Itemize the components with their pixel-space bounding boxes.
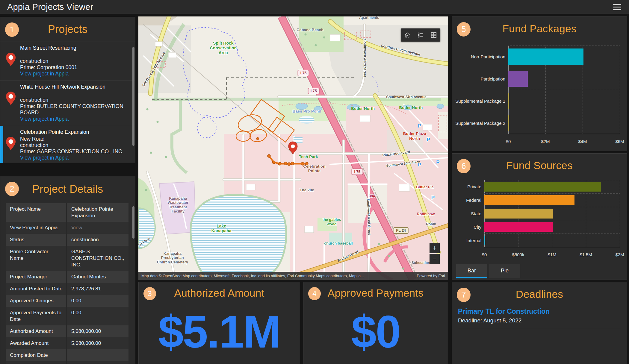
project-name: Celebration Pointe Expansion xyxy=(20,129,131,135)
tick-label: $4M xyxy=(578,139,587,144)
project-list-item[interactable]: Main Street ResurfacingconstructionPrime… xyxy=(0,42,135,81)
project-appia-link[interactable]: View project in Appia xyxy=(20,155,131,161)
home-icon[interactable] xyxy=(404,32,411,38)
map-attribution: Map data © OpenStreetMap contributors, M… xyxy=(138,272,448,280)
authorized-amount-panel: 3 Authorized Amount $5.1M xyxy=(138,282,300,364)
authorized-amount-title: Authorized Amount xyxy=(174,287,264,299)
tick-label: $0 xyxy=(482,252,487,257)
zoom-out-button[interactable]: − xyxy=(430,254,440,264)
chart-row xyxy=(508,46,620,68)
deadlines-panel: 7 Deadlines Primary TL for ConstructionD… xyxy=(452,282,627,364)
project-list-item[interactable]: White House Hill Network Expansionconstr… xyxy=(0,81,135,126)
map-label: P xyxy=(427,137,430,143)
pin-icon-wrap xyxy=(6,45,20,77)
app-header: Appia Projects Viewer xyxy=(0,0,629,14)
chart-row xyxy=(508,68,620,90)
detail-row: Prime Contractor NameGABE'S CONSTRUCTION… xyxy=(6,246,128,271)
legend-icon[interactable] xyxy=(417,32,424,38)
tab-bar[interactable]: Bar xyxy=(456,264,487,278)
map-label: P xyxy=(418,162,421,168)
projects-scrollbar[interactable] xyxy=(132,47,134,146)
step-badge-7: 7 xyxy=(457,288,471,302)
project-list-item[interactable]: Celebration Pointe ExpansionNew Roadcons… xyxy=(0,126,135,163)
map-label: church baseball xyxy=(324,241,353,245)
project-item-text: Main Street ResurfacingconstructionPrime… xyxy=(20,45,131,77)
category-label: Private xyxy=(457,180,484,193)
category-label: Supplemental Package 2 xyxy=(457,112,508,134)
detail-label: Project Manager xyxy=(6,271,67,283)
bar-non-participation[interactable] xyxy=(508,48,583,65)
bar-private[interactable] xyxy=(484,182,601,192)
map-canvas[interactable] xyxy=(138,16,448,280)
map-panel[interactable]: Cabana BeachApartmentsSplit Rock Conserv… xyxy=(138,16,448,280)
detail-label: Awarded Amount xyxy=(6,337,67,349)
chart-ticks: $0$500k$1M$1.5M$2M xyxy=(484,248,620,260)
details-header: 2 Project Details xyxy=(0,176,135,202)
bar-city[interactable] xyxy=(484,222,553,232)
tab-pie[interactable]: Pie xyxy=(489,264,520,278)
deadline-date: Deadline: August 5, 2022 xyxy=(458,317,621,324)
detail-label: Approved Changes xyxy=(6,295,67,307)
zoom-controls: + − xyxy=(430,243,440,264)
bar-participation[interactable] xyxy=(508,71,528,87)
map-label: P xyxy=(431,195,435,201)
chart-row xyxy=(484,207,620,220)
menu-icon[interactable] xyxy=(613,4,621,10)
map-label: Apartments xyxy=(359,16,379,20)
detail-value: Celebration Pointe Expansion xyxy=(67,203,128,222)
project-item-text: White House Hill Network Expansionconstr… xyxy=(20,84,131,122)
bar-supplemental-package-1[interactable] xyxy=(508,93,509,109)
detail-label: Amount Posted to Date xyxy=(6,283,67,295)
detail-row: Completion Date xyxy=(6,349,128,361)
category-label: Supplemental Package 1 xyxy=(457,90,508,112)
bar-state[interactable] xyxy=(484,209,553,218)
project-name: White House Hill Network Expansion xyxy=(20,84,131,90)
deadline-link[interactable]: Primary TL for Construction xyxy=(458,307,621,316)
projects-list: Main Street ResurfacingconstructionPrime… xyxy=(0,42,135,163)
chart-row xyxy=(484,193,620,207)
project-appia-link[interactable]: View project in Appia xyxy=(20,116,131,122)
map-label: 384 xyxy=(369,194,375,198)
approved-payments-title: Approved Payments xyxy=(328,287,424,299)
fund-sources-tabs: BarPie xyxy=(456,264,520,278)
detail-value: 0.00 xyxy=(67,295,128,307)
attribution-text: Map data © OpenStreetMap contributors, M… xyxy=(141,274,364,278)
tick-label: $2M xyxy=(541,139,550,144)
route-shield-i75: I 75 xyxy=(308,88,320,94)
map-label: Split Rock Conservation Area xyxy=(210,41,237,55)
app-title: Appia Projects Viewer xyxy=(0,2,93,12)
map-label: Butler North xyxy=(399,106,423,110)
fund-packages-panel: 5 Fund Packages Non-ParticipationPartici… xyxy=(452,16,627,151)
deadlines-title: Deadlines xyxy=(516,288,563,300)
pin-icon-wrap xyxy=(6,129,20,161)
project-appia-link[interactable]: View project in Appia xyxy=(20,71,131,77)
fund-sources-title: Fund Sources xyxy=(506,160,573,172)
basemap-gallery-icon[interactable] xyxy=(430,32,437,38)
bar-federal[interactable] xyxy=(484,195,574,205)
detail-row: Authorized Amount5,080,000.00 xyxy=(6,325,128,337)
tick-label: $0 xyxy=(506,139,511,144)
bar-supplemental-package-2[interactable] xyxy=(508,115,509,131)
map-label: Robin xyxy=(426,222,436,227)
details-scrollbar[interactable] xyxy=(132,206,134,239)
project-details-panel: 2 Project Details Project NameCelebratio… xyxy=(0,176,135,364)
lake-kanapaha xyxy=(190,195,286,280)
step-badge-3: 3 xyxy=(143,287,156,300)
category-label: State xyxy=(457,207,484,220)
detail-value: 0.00 xyxy=(67,307,128,325)
detail-label: Completion Date xyxy=(6,349,67,361)
map-label: the gables wood xyxy=(322,218,341,226)
project-sub-line: Prime: Corporation 0001 xyxy=(20,64,131,71)
details-title: Project Details xyxy=(32,183,103,195)
detail-row: Awarded Amount5,080,000.00 xyxy=(6,337,128,349)
projects-title: Projects xyxy=(48,23,87,36)
project-sub-line xyxy=(20,91,131,97)
detail-value[interactable]: View xyxy=(67,222,128,234)
detail-row: Approved Changes0.00 xyxy=(6,295,128,307)
project-item-text: Celebration Pointe ExpansionNew Roadcons… xyxy=(20,129,131,161)
chart-row xyxy=(484,233,620,247)
bar-internal[interactable] xyxy=(484,236,485,245)
zoom-in-button[interactable]: + xyxy=(430,243,440,253)
detail-label: Approved Payments to Date xyxy=(6,307,67,325)
map-label: Celebration Pointe xyxy=(303,164,325,173)
